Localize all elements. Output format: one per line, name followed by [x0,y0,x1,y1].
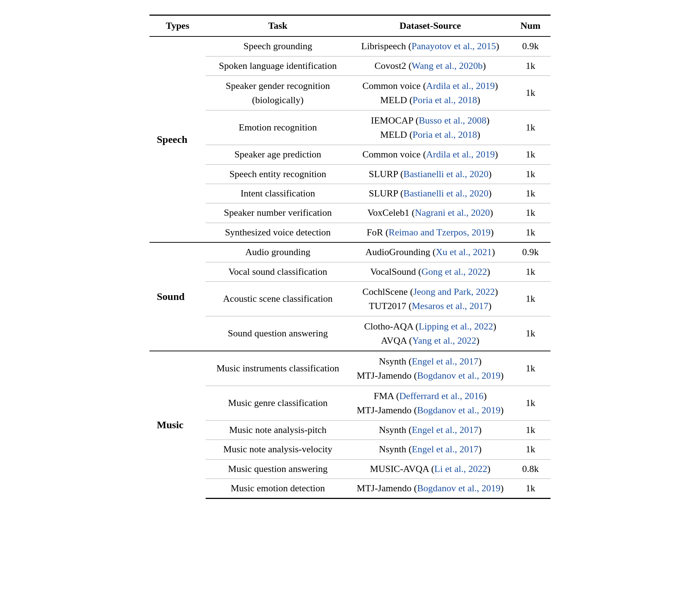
dataset-cell: Covost2 (Wang et al., 2020b) [350,56,510,75]
dataset-cell: VoxCeleb1 (Nagrani et al., 2020) [350,203,510,223]
task-cell: Intent classification [206,184,350,203]
num-header: Num [510,15,551,37]
table-row: MusicMusic instruments classificationNsy… [149,351,551,386]
task-cell: Speaker gender recognition(biologically) [206,76,350,110]
task-cell: Music emotion detection [206,479,350,499]
dataset-cell: Nsynth (Engel et al., 2017)MTJ-Jamendo (… [350,351,510,386]
task-cell: Synthesized voice detection [206,223,350,242]
table-row: Speaker age predictionCommon voice (Ardi… [149,145,551,164]
dataset-cell: IEMOCAP (Busso et al., 2008)MELD (Poria … [350,110,510,145]
task-cell: Acoustic scene classification [206,281,350,316]
header-row: Types Task Dataset-Source Num [149,15,551,37]
table-row: Speech entity recognitionSLURP (Bastiane… [149,164,551,184]
table-row: Emotion recognitionIEMOCAP (Busso et al.… [149,110,551,145]
table-row: Music question answeringMUSIC-AVQA (Li e… [149,459,551,479]
num-cell: 1k [510,281,551,316]
type-label: Sound [149,242,206,351]
dataset-cell: Nsynth (Engel et al., 2017) [350,440,510,459]
task-cell: Speaker number verification [206,203,350,223]
dataset-cell: CochlScene (Jeong and Park, 2022)TUT2017… [350,281,510,316]
table-row: Music note analysis-pitchNsynth (Engel e… [149,420,551,440]
dataset-cell: SLURP (Bastianelli et al., 2020) [350,184,510,203]
dataset-cell: MTJ-Jamendo (Bogdanov et al., 2019) [350,479,510,499]
num-cell: 1k [510,440,551,459]
type-label: Music [149,351,206,499]
table-row: SoundAudio groundingAudioGrounding (Xu e… [149,242,551,262]
table-row: Music note analysis-velocityNsynth (Enge… [149,440,551,459]
dataset-cell: FoR (Reimao and Tzerpos, 2019) [350,223,510,242]
task-cell: Speaker age prediction [206,145,350,164]
dataset-cell: Nsynth (Engel et al., 2017) [350,420,510,440]
num-cell: 0.9k [510,242,551,262]
dataset-cell: VocalSound (Gong et al., 2022) [350,262,510,281]
table-row: Vocal sound classificationVocalSound (Go… [149,262,551,281]
table-row: Acoustic scene classificationCochlScene … [149,281,551,316]
task-cell: Music note analysis-velocity [206,440,350,459]
task-cell: Spoken language identification [206,56,350,75]
table-row: Music genre classificationFMA (Defferrar… [149,386,551,420]
dataset-cell: SLURP (Bastianelli et al., 2020) [350,164,510,184]
dataset-header: Dataset-Source [350,15,510,37]
table-row: Spoken language identificationCovost2 (W… [149,56,551,75]
num-cell: 1k [510,110,551,145]
task-cell: Music note analysis-pitch [206,420,350,440]
num-cell: 1k [510,351,551,386]
dataset-cell: FMA (Defferrard et al., 2016)MTJ-Jamendo… [350,386,510,420]
task-cell: Emotion recognition [206,110,350,145]
main-container: Types Task Dataset-Source Num SpeechSpee… [149,15,551,499]
types-header: Types [149,15,206,37]
table-row: Music emotion detectionMTJ-Jamendo (Bogd… [149,479,551,499]
dataset-cell: Common voice (Ardila et al., 2019)MELD (… [350,76,510,110]
table-row: Speaker number verificationVoxCeleb1 (Na… [149,203,551,223]
dataset-cell: Librispeech (Panayotov et al., 2015) [350,36,510,56]
table-row: Speaker gender recognition(biologically)… [149,76,551,110]
num-cell: 1k [510,164,551,184]
dataset-cell: Common voice (Ardila et al., 2019) [350,145,510,164]
task-cell: Vocal sound classification [206,262,350,281]
task-cell: Speech grounding [206,36,350,56]
data-table: Types Task Dataset-Source Num SpeechSpee… [149,15,551,499]
type-label: Speech [149,36,206,242]
num-cell: 1k [510,223,551,242]
dataset-cell: AudioGrounding (Xu et al., 2021) [350,242,510,262]
task-cell: Audio grounding [206,242,350,262]
num-cell: 0.8k [510,459,551,479]
task-cell: Music instruments classification [206,351,350,386]
num-cell: 1k [510,76,551,110]
num-cell: 1k [510,145,551,164]
num-cell: 1k [510,420,551,440]
dataset-cell: Clotho-AQA (Lipping et al., 2022)AVQA (Y… [350,316,510,351]
table-row: Synthesized voice detectionFoR (Reimao a… [149,223,551,242]
num-cell: 1k [510,184,551,203]
table-row: Sound question answeringClotho-AQA (Lipp… [149,316,551,351]
task-header: Task [206,15,350,37]
num-cell: 1k [510,386,551,420]
num-cell: 1k [510,56,551,75]
num-cell: 0.9k [510,36,551,56]
table-row: Intent classificationSLURP (Bastianelli … [149,184,551,203]
num-cell: 1k [510,479,551,499]
task-cell: Music genre classification [206,386,350,420]
dataset-cell: MUSIC-AVQA (Li et al., 2022) [350,459,510,479]
table-row: SpeechSpeech groundingLibrispeech (Panay… [149,36,551,56]
task-cell: Speech entity recognition [206,164,350,184]
task-cell: Sound question answering [206,316,350,351]
num-cell: 1k [510,203,551,223]
task-cell: Music question answering [206,459,350,479]
num-cell: 1k [510,316,551,351]
num-cell: 1k [510,262,551,281]
